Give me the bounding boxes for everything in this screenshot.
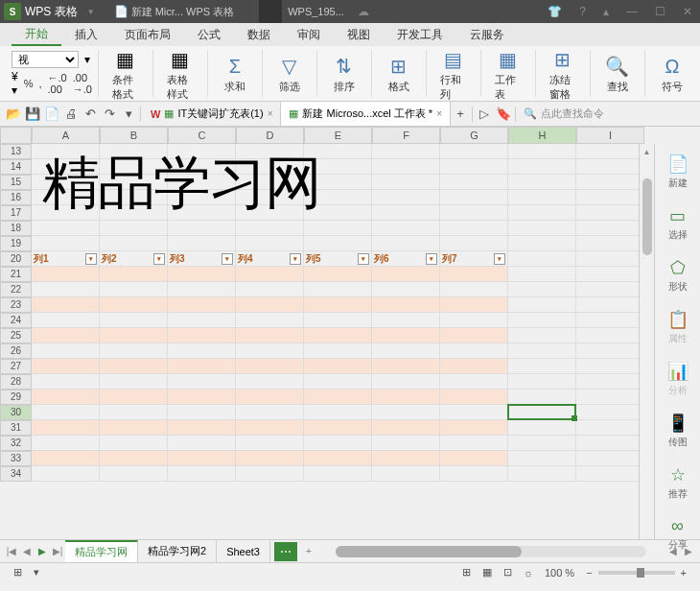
cell[interactable] [440,451,508,466]
cell[interactable] [168,297,236,313]
sheet-nav-prev[interactable]: ◀ [19,546,35,556]
cell[interactable] [440,420,508,436]
cell[interactable] [440,313,508,328]
cell[interactable] [100,190,168,205]
row-header[interactable]: 13 [0,144,32,159]
row-header[interactable]: 19 [0,236,32,251]
cell[interactable] [576,405,639,420]
cell[interactable] [304,297,372,313]
cell[interactable] [440,390,508,405]
cell[interactable] [100,420,168,436]
row-header[interactable]: 16 [0,190,32,205]
cell[interactable] [440,466,508,482]
symbol-button[interactable]: Ω 符号 [651,51,693,96]
cell[interactable] [304,236,372,251]
cell[interactable] [440,282,508,297]
keyboard-icon[interactable]: ▾ [34,566,39,579]
menu-devtools[interactable]: 开发工具 [384,23,456,46]
cell[interactable] [32,420,100,436]
cell[interactable] [372,328,440,343]
cell[interactable] [440,328,508,343]
col-header-H[interactable]: H [508,127,576,144]
cell[interactable] [576,190,639,205]
cell[interactable] [100,436,168,451]
cell[interactable] [100,328,168,343]
row-header[interactable]: 29 [0,390,32,405]
cell[interactable] [236,374,304,390]
cell[interactable] [100,466,168,482]
cell[interactable] [508,221,576,236]
row-header[interactable]: 25 [0,328,32,343]
cell[interactable] [372,313,440,328]
cell[interactable] [576,390,639,405]
cell[interactable] [508,405,576,420]
cell[interactable] [304,451,372,466]
cell[interactable] [440,190,508,205]
filter-dropdown-icon[interactable]: ▾ [153,253,165,265]
cell[interactable] [168,313,236,328]
sidebar-item-传图[interactable]: 📱传图 [667,413,688,449]
filter-dropdown-icon[interactable]: ▾ [85,253,97,265]
cell[interactable] [508,466,576,482]
print-icon[interactable]: 📄 [42,105,61,124]
row-header[interactable]: 30 [0,405,32,420]
cell[interactable]: 列6▾ [372,251,440,267]
cell[interactable] [168,175,236,190]
decimal-dec[interactable]: .00→.0 [73,72,92,95]
cell[interactable] [508,175,576,190]
cell[interactable] [440,144,508,159]
app-dropdown-icon[interactable]: ▼ [87,8,95,16]
sidebar-item-推荐[interactable]: ☆推荐 [668,464,688,501]
cell[interactable] [32,144,100,159]
horizontal-scrollbar[interactable] [336,546,646,557]
sheet-menu-button[interactable]: ⋯ [274,542,297,561]
cell[interactable] [576,374,639,390]
cell[interactable] [576,328,639,343]
cell[interactable] [100,374,168,390]
cell[interactable] [32,205,100,221]
cell[interactable] [576,144,639,159]
sidebar-item-选择[interactable]: ▭选择 [668,205,688,242]
row-header[interactable]: 31 [0,420,32,436]
cell[interactable] [100,343,168,359]
cell[interactable] [236,436,304,451]
undo-icon[interactable]: ↶ [81,105,100,124]
command-search[interactable]: 🔍 点此查找命令 [518,106,696,121]
cell[interactable] [372,343,440,359]
sidebar-item-分析[interactable]: 📊分析 [667,361,688,397]
cell[interactable] [440,343,508,359]
cell[interactable] [236,159,304,175]
close-tab-icon[interactable]: × [268,108,273,119]
cell[interactable] [168,451,236,466]
format-button[interactable]: ⊞ 格式 [378,51,420,96]
col-header-E[interactable]: E [304,127,372,144]
cell[interactable] [440,175,508,190]
redo-icon[interactable]: ↷ [100,105,119,124]
percent-button[interactable]: % [24,78,34,89]
col-header-G[interactable]: G [440,127,508,144]
cell[interactable] [100,297,168,313]
cell[interactable] [576,297,639,313]
cell[interactable] [372,466,440,482]
cell[interactable] [236,451,304,466]
cell[interactable] [236,313,304,328]
cell[interactable] [168,328,236,343]
view-break-icon[interactable]: ⊡ [503,566,512,579]
row-header[interactable]: 32 [0,436,32,451]
cell[interactable] [236,221,304,236]
row-header[interactable]: 20 [0,251,32,267]
cell[interactable] [236,343,304,359]
collapse-icon[interactable]: ▴ [599,5,613,18]
row-header[interactable]: 24 [0,313,32,328]
col-header-B[interactable]: B [100,127,168,144]
cell[interactable] [32,390,100,405]
menu-start[interactable]: 开始 [12,23,61,46]
cell[interactable] [236,420,304,436]
cell[interactable] [236,297,304,313]
reading-mode-icon[interactable]: ☼ [524,567,533,579]
cell[interactable] [508,297,576,313]
table-style-button[interactable]: ▦ 表格样式 [159,44,201,104]
cell[interactable] [508,190,576,205]
filter-button[interactable]: ▽ 筛选 [268,51,311,96]
cell[interactable] [32,466,100,482]
